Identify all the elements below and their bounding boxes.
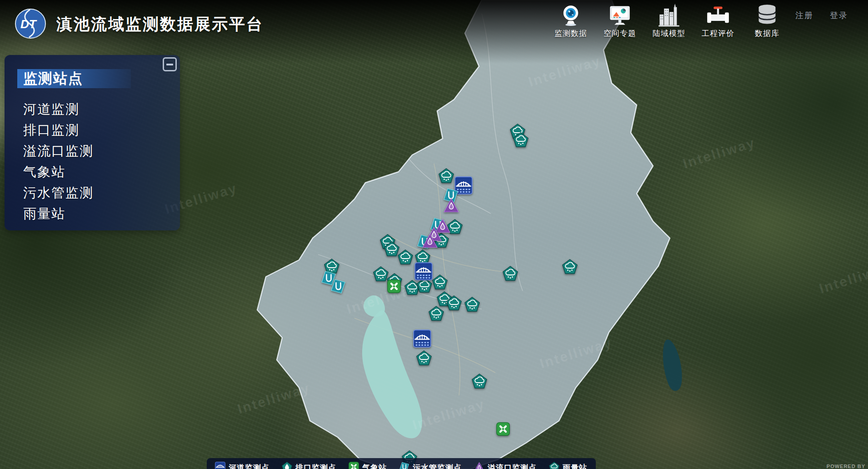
rain-station-marker[interactable] <box>439 168 454 184</box>
rain-station-marker[interactable] <box>429 306 444 321</box>
legend-label: 排口监测点 <box>295 463 336 469</box>
nav-item-buildings[interactable]: 陆域模型 <box>644 2 693 39</box>
page-title: 滇池流域监测数据展示平台 <box>56 14 264 35</box>
legend-label: 溢流口监测点 <box>488 463 537 469</box>
overflow-station-marker[interactable] <box>444 198 459 213</box>
river-station-marker[interactable] <box>414 262 433 280</box>
legend-item-weather: 气象站 <box>349 462 387 469</box>
powered-by-credit: POWERED BY <box>827 464 865 469</box>
rain-station-marker[interactable] <box>432 274 448 290</box>
weather-station-marker[interactable] <box>496 422 510 436</box>
river-station-marker[interactable] <box>413 329 431 348</box>
weather-marker-icon <box>349 462 359 469</box>
rain-station-marker[interactable] <box>446 295 462 311</box>
pipe-marker-icon <box>399 462 409 469</box>
rain-station-marker[interactable] <box>513 132 529 148</box>
rain-station-marker[interactable] <box>503 266 518 281</box>
sidebar-item[interactable]: 排口监测 <box>23 120 94 140</box>
river-marker-icon <box>215 462 225 469</box>
legend-label: 河道监测点 <box>229 463 269 469</box>
overflow-station-marker[interactable] <box>422 233 438 249</box>
legend-item-overflow: 溢流口监测点 <box>474 462 537 469</box>
nav-item-valve[interactable]: 工程评价 <box>693 2 743 39</box>
rain-marker-icon <box>549 462 559 469</box>
nav-item-camera[interactable]: 监测数据 <box>546 2 595 39</box>
rain-station-marker[interactable] <box>373 266 389 282</box>
outfall-marker-icon <box>282 462 292 469</box>
rain-station-marker[interactable] <box>384 241 399 257</box>
rain-station-marker[interactable] <box>416 350 432 366</box>
nav-item-label: 数据库 <box>755 28 779 39</box>
login-link[interactable]: 登录 <box>830 10 848 21</box>
nav-item-label: 空间专题 <box>604 28 636 39</box>
register-link[interactable]: 注册 <box>795 10 813 21</box>
legend-item-outfall: 排口监测点 <box>282 462 336 469</box>
weather-station-marker[interactable] <box>387 279 401 293</box>
rain-station-marker[interactable] <box>472 374 487 389</box>
app-root: IntelliwayIntelliwayIntelliwayIntelliway… <box>0 0 868 469</box>
logo-text: DT <box>20 17 37 31</box>
rain-station-marker[interactable] <box>464 297 480 312</box>
legend-item-pipe: 污水管监测点 <box>399 462 462 469</box>
sidebar-item[interactable]: 河道监测 <box>23 99 94 120</box>
nav-item-label: 监测数据 <box>554 28 587 39</box>
nav-item-database[interactable]: 数据库 <box>743 2 792 39</box>
monitoring-stations-panel: 监测站点 河道监测排口监测溢流口监测气象站污水管监测雨量站 <box>5 55 180 230</box>
nav-item-monitor[interactable]: 空间专题 <box>595 2 644 39</box>
panel-menu: 河道监测排口监测溢流口监测气象站污水管监测雨量站 <box>23 99 94 224</box>
map-legend: 河道监测点 排口监测点 气象站 污水管监测点 溢流口监测点 雨量站 <box>207 458 596 469</box>
nav-item-label: 工程评价 <box>702 28 734 39</box>
nav-item-label: 陆域模型 <box>653 28 685 39</box>
sidebar-item[interactable]: 溢流口监测 <box>23 140 94 161</box>
top-header: DT 滇池流域监测数据展示平台 监测数据 空间专题 <box>0 0 868 44</box>
basin-polygon <box>257 0 670 469</box>
rain-station-marker[interactable] <box>562 259 578 274</box>
main-nav: 监测数据 空间专题 陆域模型 工程评价 <box>546 2 868 39</box>
panel-title[interactable]: 监测站点 <box>17 69 131 88</box>
platform-logo[interactable]: DT <box>15 7 46 39</box>
database-icon <box>755 4 779 27</box>
camera-icon <box>559 4 583 27</box>
legend-label: 气象站 <box>362 463 387 469</box>
legend-item-rain: 雨量站 <box>549 462 587 469</box>
minus-icon <box>166 64 173 65</box>
pipe-station-marker[interactable] <box>330 279 346 294</box>
valve-icon <box>706 4 730 27</box>
legend-item-river: 河道监测点 <box>215 462 269 469</box>
buildings-icon <box>657 4 681 27</box>
sidebar-item[interactable]: 污水管监测 <box>23 182 94 203</box>
lake-yangzonghai <box>663 339 682 391</box>
legend-label: 污水管监测点 <box>413 463 462 469</box>
sidebar-item[interactable]: 气象站 <box>23 161 94 182</box>
panel-minimize-button[interactable] <box>163 57 177 71</box>
sidebar-item[interactable]: 雨量站 <box>23 203 94 224</box>
legend-label: 雨量站 <box>563 463 587 469</box>
rain-station-marker[interactable] <box>398 249 413 265</box>
monitor-icon <box>608 4 632 27</box>
overflow-marker-icon <box>474 462 484 469</box>
